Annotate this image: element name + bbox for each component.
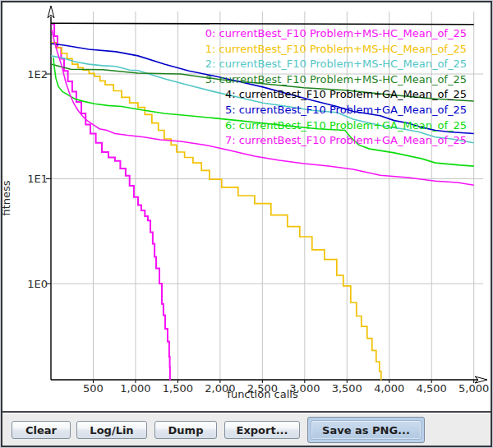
clear-button[interactable]: Clear [12, 421, 71, 439]
legend-entry-5: 5: currentBest_F10 Problem+GA_Mean_of_25 [205, 103, 467, 118]
y-tick-label: 1E0 [27, 278, 48, 290]
save-as-png-button[interactable]: Save as PNG... [311, 420, 422, 440]
chart-legend: 0: currentBest_F10 Problem+MS-HC_Mean_of… [205, 26, 467, 149]
legend-entry-6: 6: currentBest_F10 Problem+GA_Mean_of_25 [205, 118, 467, 134]
legend-entry-2: 2: currentBest_F10 Problem+MS-HC_Mean_of… [205, 57, 467, 72]
legend-entry-0: 0: currentBest_F10 Problem+MS-HC_Mean_of… [205, 26, 467, 42]
y-axis-label: fitness [0, 172, 13, 224]
toolbar: ClearLog/LinDumpExport...Save as PNG... [1, 411, 492, 448]
x-axis-label: function calls [51, 388, 474, 400]
y-tick-label: 1E1 [27, 173, 48, 185]
legend-entry-3: 3: currentBest_F10 Problem+MS-HC_Mean_of… [205, 72, 467, 88]
legend-entry-1: 1: currentBest_F10 Problem+MS-HC_Mean_of… [205, 42, 467, 58]
legend-entry-7: 7: currentBest_F10 Problem+GA_Mean_of_25 [205, 133, 467, 149]
plot-window: 5001,0001,5002,0002,5003,0003,5004,0004,… [0, 0, 493, 448]
dump-button[interactable]: Dump [154, 421, 217, 439]
export-button[interactable]: Export... [224, 421, 300, 439]
y-tick-label: 1E2 [27, 68, 48, 81]
log-lin-button[interactable]: Log/Lin [76, 421, 147, 439]
legend-entry-4: 4: currentBest_F10 Problem+GA_Mean_of_25 [205, 87, 467, 103]
focused-button-frame: Save as PNG... [307, 417, 425, 443]
